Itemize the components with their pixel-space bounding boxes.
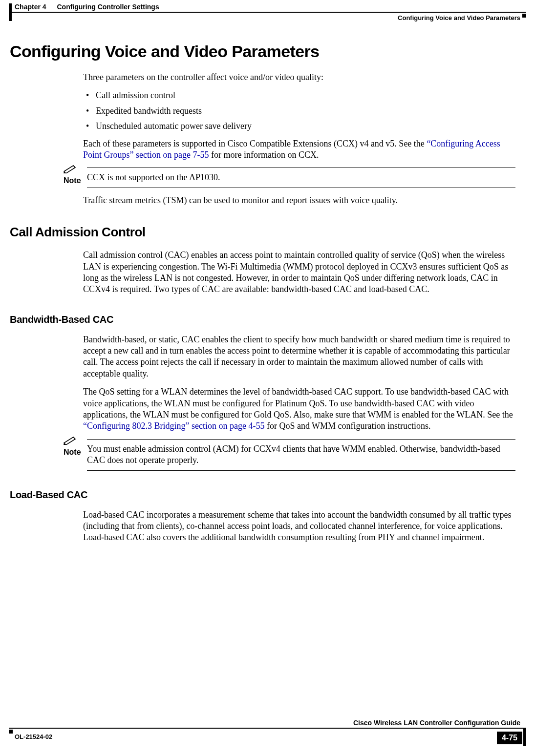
header-end-box bbox=[522, 14, 526, 18]
xref-link[interactable]: “Configuring 802.3 Bridging” section on … bbox=[83, 421, 264, 431]
chapter-title: Configuring Controller Settings bbox=[57, 3, 159, 11]
note-block: Note You must enable admission control (… bbox=[64, 439, 515, 471]
cac-p1: Call admission control (CAC) enables an … bbox=[83, 250, 515, 295]
bullet-item: Unscheduled automatic power save deliver… bbox=[83, 121, 515, 132]
pencil-icon bbox=[64, 436, 78, 445]
note-text: CCX is not supported on the AP1030. bbox=[87, 168, 515, 188]
chapter-label: Chapter 4 bbox=[15, 3, 46, 11]
footer-book-title: Cisco Wireless LAN Controller Configurat… bbox=[353, 719, 520, 727]
page-number: 4-75 bbox=[497, 732, 522, 744]
bw-block: Bandwidth-based, or static, CAC enables … bbox=[83, 334, 515, 432]
note-text: You must enable admission control (ACM) … bbox=[87, 439, 515, 471]
section-heading-cac: Call Admission Control bbox=[10, 225, 525, 240]
bw-p2-text-b: for QoS and WMM configuration instructio… bbox=[264, 421, 430, 431]
page: Chapter 4 Configuring Controller Setting… bbox=[0, 0, 535, 756]
intro2-block: Traffic stream metrics (TSM) can be used… bbox=[83, 195, 515, 206]
header-left: Chapter 4 Configuring Controller Setting… bbox=[15, 3, 159, 11]
pencil-icon bbox=[64, 165, 78, 173]
footer-doc-id: OL-21524-02 bbox=[15, 733, 52, 740]
intro-bullets: Call admission control Expedited bandwid… bbox=[83, 90, 515, 132]
header-rule bbox=[9, 12, 526, 13]
subsection-heading-bw: Bandwidth-Based CAC bbox=[10, 314, 525, 325]
intro-p2: Each of these parameters is supported in… bbox=[83, 138, 515, 161]
note-label: Note bbox=[64, 176, 81, 185]
intro-p2-text-a: Each of these parameters is supported in… bbox=[83, 139, 427, 148]
cac-block: Call admission control (CAC) enables an … bbox=[83, 250, 515, 295]
intro-p1: Three parameters on the controller affec… bbox=[83, 72, 515, 83]
footer-rule bbox=[9, 728, 526, 729]
load-p1: Load-based CAC incorporates a measuremen… bbox=[83, 509, 515, 544]
content-area: Configuring Voice and Video Parameters T… bbox=[10, 42, 525, 550]
intro-p2-text-b: for more information on CCX. bbox=[209, 150, 319, 160]
footer-accent-bar bbox=[523, 728, 526, 746]
page-title: Configuring Voice and Video Parameters bbox=[10, 42, 525, 61]
note-block: Note CCX is not supported on the AP1030. bbox=[64, 168, 515, 188]
bw-p2-text-a: The QoS setting for a WLAN determines th… bbox=[83, 387, 513, 420]
intro-block: Three parameters on the controller affec… bbox=[83, 72, 515, 161]
header-right: Configuring Voice and Video Parameters bbox=[398, 14, 520, 21]
bullet-item: Call admission control bbox=[83, 90, 515, 101]
intro2-p1: Traffic stream metrics (TSM) can be used… bbox=[83, 195, 515, 206]
bullet-item: Expedited bandwidth requests bbox=[83, 105, 515, 117]
subsection-heading-load: Load-Based CAC bbox=[10, 489, 525, 501]
note-label: Note bbox=[64, 448, 81, 457]
bw-p2: The QoS setting for a WLAN determines th… bbox=[83, 386, 515, 432]
load-block: Load-based CAC incorporates a measuremen… bbox=[83, 509, 515, 544]
bw-p1: Bandwidth-based, or static, CAC enables … bbox=[83, 334, 515, 380]
footer-end-box bbox=[9, 730, 13, 734]
